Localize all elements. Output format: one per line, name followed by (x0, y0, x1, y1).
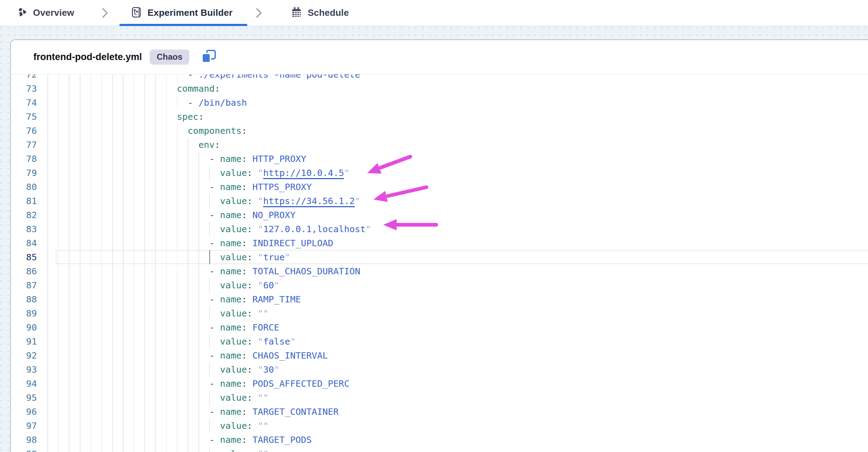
file-title: frontend-pod-delete.yml (33, 52, 142, 63)
active-tab-underline (119, 24, 247, 26)
line-number: 99 (11, 447, 37, 452)
code-line-84[interactable]: 84 - name: INDIRECT_UPLOAD (11, 236, 868, 250)
calendar-icon (291, 6, 302, 20)
top-tab-bar: Overview Experiment Builder (0, 0, 868, 26)
code-line-76[interactable]: 76 components: (11, 124, 868, 138)
code-line-93[interactable]: 93 value: "30" (11, 362, 868, 376)
code-line-87[interactable]: 87 value: "60" (11, 278, 868, 292)
code-text: - name: INDIRECT_UPLOAD (47, 236, 333, 250)
code-line-85[interactable]: 85 value: "true" (11, 250, 868, 264)
code-line-72[interactable]: 72 - ./experiments -name pod-delete (11, 74, 868, 81)
code-text: - ./experiments -name pod-delete (47, 74, 360, 81)
code-line-73[interactable]: 73 command: (11, 81, 868, 96)
code-text: value: "true" (47, 250, 290, 264)
code-text: - /bin/bash (47, 96, 247, 110)
line-number: 96 (11, 405, 37, 419)
line-number: 94 (11, 376, 37, 391)
code-text: - name: TARGET_CONTAINER (47, 405, 339, 419)
line-number: 82 (11, 208, 37, 222)
dotted-background: frontend-pod-delete.yml Chaos 72 - ./exp… (0, 26, 868, 452)
code-text: - name: HTTP_PROXY (47, 152, 306, 166)
copy-button[interactable] (201, 50, 217, 64)
line-number: 86 (11, 264, 37, 278)
line-number: 97 (11, 419, 37, 433)
line-number: 95 (11, 391, 37, 405)
code-text: - name: FORCE (47, 320, 279, 334)
line-number: 76 (11, 124, 37, 138)
line-number: 90 (11, 320, 37, 334)
tab-experiment-builder-label: Experiment Builder (148, 7, 233, 18)
line-number: 88 (11, 292, 37, 306)
yaml-editor[interactable]: 72 - ./experiments -name pod-delete73 co… (11, 74, 868, 452)
line-number: 74 (11, 96, 37, 110)
code-text: value: "127.0.0.1,localhost" (47, 222, 371, 236)
code-text: value: "" (47, 447, 268, 452)
code-line-86[interactable]: 86 - name: TOTAL_CHAOS_DURATION (11, 264, 868, 278)
code-line-88[interactable]: 88 - name: RAMP_TIME (11, 292, 868, 306)
line-number: 79 (11, 166, 37, 180)
line-number: 92 (11, 348, 37, 362)
code-line-90[interactable]: 90 - name: FORCE (11, 320, 868, 334)
code-line-91[interactable]: 91 value: "false" (11, 334, 868, 348)
code-text: - name: TARGET_PODS (47, 433, 312, 447)
line-number: 84 (11, 236, 37, 250)
yaml-file-card: frontend-pod-delete.yml Chaos 72 - ./exp… (10, 39, 868, 452)
code-line-96[interactable]: 96 - name: TARGET_CONTAINER (11, 405, 868, 419)
line-number: 89 (11, 306, 37, 320)
code-text: command: (47, 81, 220, 96)
code-line-94[interactable]: 94 - name: PODS_AFFECTED_PERC (11, 376, 868, 391)
code-text: components: (47, 124, 247, 138)
code-text: value: "60" (47, 278, 279, 292)
chaos-badge: Chaos (150, 50, 189, 65)
code-line-79[interactable]: 79 value: "http://10.0.4.5" (11, 166, 868, 180)
line-number: 85 (11, 250, 37, 264)
line-number: 98 (11, 433, 37, 447)
line-number: 93 (11, 362, 37, 376)
line-number: 80 (11, 180, 37, 194)
code-line-81[interactable]: 81 value: "https://34.56.1.2" (11, 194, 868, 208)
code-line-95[interactable]: 95 value: "" (11, 391, 868, 405)
code-line-83[interactable]: 83 value: "127.0.0.1,localhost" (11, 222, 868, 236)
code-line-97[interactable]: 97 value: "" (11, 419, 868, 433)
code-line-98[interactable]: 98 - name: TARGET_PODS (11, 433, 868, 447)
tab-schedule[interactable]: Schedule (291, 0, 349, 26)
code-line-92[interactable]: 92 - name: CHAOS_INTERVAL (11, 348, 868, 362)
code-text: - name: RAMP_TIME (47, 292, 301, 306)
tab-overview[interactable]: Overview (17, 0, 74, 26)
line-number: 91 (11, 334, 37, 348)
line-number: 73 (11, 81, 37, 96)
code-text: value: "" (47, 391, 268, 405)
tab-experiment-builder[interactable]: Experiment Builder (131, 0, 233, 26)
chevron-right-icon (101, 8, 109, 20)
line-number: 78 (11, 152, 37, 166)
line-number: 83 (11, 222, 37, 236)
code-text: value: "https://34.56.1.2" (47, 194, 360, 208)
code-text: value: "false" (47, 334, 295, 348)
code-line-77[interactable]: 77 env: (11, 138, 868, 152)
tab-schedule-label: Schedule (308, 7, 349, 18)
line-number: 87 (11, 278, 37, 292)
code-line-78[interactable]: 78 - name: HTTP_PROXY (11, 152, 868, 166)
line-number: 81 (11, 194, 37, 208)
code-line-82[interactable]: 82 - name: NO_PROXY (11, 208, 868, 222)
code-line-99[interactable]: 99 value: "" (11, 447, 868, 452)
code-text: value: "http://10.0.4.5" (47, 166, 350, 180)
line-number: 72 (11, 74, 37, 81)
line-number: 77 (11, 138, 37, 152)
detected-link[interactable]: http://10.0.4.5 (263, 168, 344, 179)
copy-icon (201, 50, 217, 65)
code-line-75[interactable]: 75 spec: (11, 110, 868, 124)
chevron-right-icon (255, 8, 263, 20)
code-text: env: (47, 138, 220, 152)
code-line-80[interactable]: 80 - name: HTTPS_PROXY (11, 180, 868, 194)
detected-link[interactable]: https://34.56.1.2 (263, 196, 355, 207)
code-text: value: "30" (47, 362, 279, 376)
code-text: spec: (47, 110, 204, 124)
line-number: 75 (11, 110, 37, 124)
code-text: value: "" (47, 306, 268, 320)
code-line-74[interactable]: 74 - /bin/bash (11, 96, 868, 110)
code-line-89[interactable]: 89 value: "" (11, 306, 868, 320)
tab-overview-label: Overview (33, 7, 74, 18)
code-text: value: "" (47, 419, 268, 433)
experiment-builder-icon (131, 6, 142, 20)
